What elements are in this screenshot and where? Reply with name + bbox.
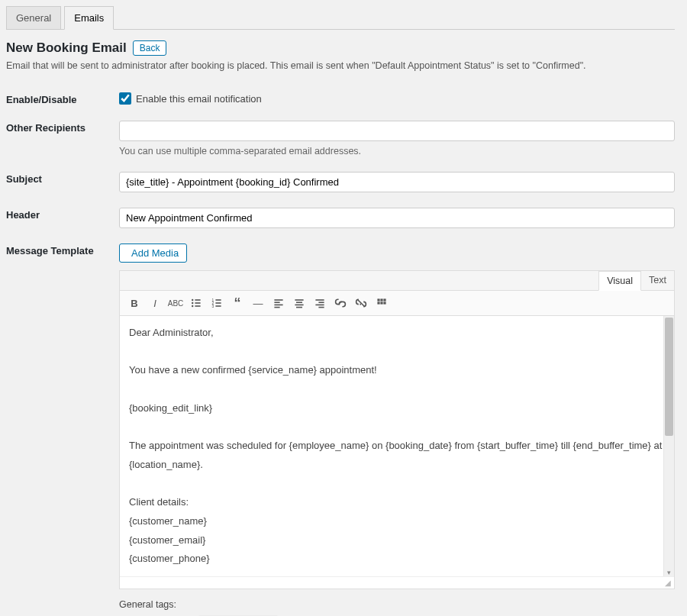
subject-input[interactable] xyxy=(119,172,675,192)
svg-rect-24 xyxy=(318,307,324,308)
strikethrough-icon[interactable]: ABC xyxy=(166,294,185,312)
label-recipients: Other Recipients xyxy=(6,113,119,164)
label-subject: Subject xyxy=(6,164,119,200)
editor-tab-text[interactable]: Text xyxy=(641,271,674,290)
link-icon[interactable] xyxy=(331,294,350,312)
svg-text:3: 3 xyxy=(212,305,214,308)
enable-checkbox-row[interactable]: Enable this email notification xyxy=(119,92,675,105)
svg-rect-23 xyxy=(315,305,324,306)
svg-rect-20 xyxy=(296,307,302,308)
tag-row: The plugin name - {appointment} xyxy=(119,614,675,616)
svg-point-2 xyxy=(192,302,193,304)
svg-line-25 xyxy=(357,299,365,307)
unlink-icon[interactable] xyxy=(351,294,371,312)
resize-handle-icon[interactable]: ◢ xyxy=(120,576,674,589)
enable-checkbox-label: Enable this email notification xyxy=(136,93,262,105)
editor-content[interactable]: Dear Administrator, You have a new confi… xyxy=(120,316,674,576)
svg-rect-16 xyxy=(274,307,279,308)
svg-rect-5 xyxy=(195,302,200,304)
recipients-input[interactable] xyxy=(119,121,675,141)
svg-point-3 xyxy=(192,305,193,307)
page-description: Email that will be sent to administrator… xyxy=(6,60,675,71)
back-button[interactable]: Back xyxy=(133,40,167,56)
svg-rect-18 xyxy=(296,302,302,303)
toolbar-toggle-icon[interactable] xyxy=(372,294,392,312)
bold-icon[interactable]: B xyxy=(124,294,144,312)
svg-rect-28 xyxy=(383,298,385,301)
scroll-thumb[interactable] xyxy=(665,318,673,436)
add-media-label: Add Media xyxy=(131,247,179,259)
svg-rect-11 xyxy=(215,302,221,304)
enable-checkbox[interactable] xyxy=(119,92,131,105)
svg-rect-22 xyxy=(318,302,324,303)
bullet-list-icon[interactable] xyxy=(186,294,206,312)
align-right-icon[interactable] xyxy=(310,294,330,312)
tab-emails[interactable]: Emails xyxy=(64,6,114,30)
page-title: New Booking Email xyxy=(6,40,127,56)
svg-rect-19 xyxy=(295,305,303,306)
label-header: Header xyxy=(6,200,119,236)
blockquote-icon[interactable]: “ xyxy=(227,294,247,312)
add-media-button[interactable]: Add Media xyxy=(119,243,187,263)
tab-general[interactable]: General xyxy=(6,6,61,29)
svg-rect-17 xyxy=(295,299,303,301)
numbered-list-icon[interactable]: 123 xyxy=(207,294,227,312)
svg-rect-14 xyxy=(274,302,279,303)
svg-rect-26 xyxy=(377,298,379,301)
svg-point-1 xyxy=(192,299,193,301)
label-template: Message Template xyxy=(6,236,119,616)
svg-rect-15 xyxy=(274,305,282,306)
tags-reference: General tags: The plugin name - {appoint… xyxy=(119,597,675,616)
settings-tabs: General Emails xyxy=(6,6,675,30)
svg-rect-30 xyxy=(380,302,382,304)
align-left-icon[interactable] xyxy=(269,294,289,312)
svg-rect-31 xyxy=(383,302,385,304)
svg-rect-29 xyxy=(377,302,379,304)
recipients-hint: You can use multiple comma-separated ema… xyxy=(119,146,675,156)
scroll-down-icon[interactable]: ▾ xyxy=(664,569,674,576)
editor-toolbar: B I ABC 123 “ — xyxy=(120,291,674,316)
svg-rect-13 xyxy=(274,299,282,301)
label-enable: Enable/Disable xyxy=(6,85,119,113)
align-center-icon[interactable] xyxy=(289,294,309,312)
svg-rect-4 xyxy=(195,299,200,301)
svg-rect-27 xyxy=(380,298,382,301)
hr-icon[interactable]: — xyxy=(248,294,268,312)
general-tags-heading: General tags: xyxy=(119,597,675,613)
header-input[interactable] xyxy=(119,208,675,228)
editor-tab-visual[interactable]: Visual xyxy=(598,271,641,291)
svg-rect-10 xyxy=(215,299,221,301)
editor-scrollbar[interactable]: ▴ ▾ xyxy=(663,316,674,576)
svg-rect-12 xyxy=(215,305,221,307)
svg-rect-6 xyxy=(195,305,200,307)
svg-rect-21 xyxy=(315,299,324,301)
italic-icon[interactable]: I xyxy=(145,294,165,312)
rich-text-editor: Visual Text B I ABC 123 “ — xyxy=(119,270,675,589)
